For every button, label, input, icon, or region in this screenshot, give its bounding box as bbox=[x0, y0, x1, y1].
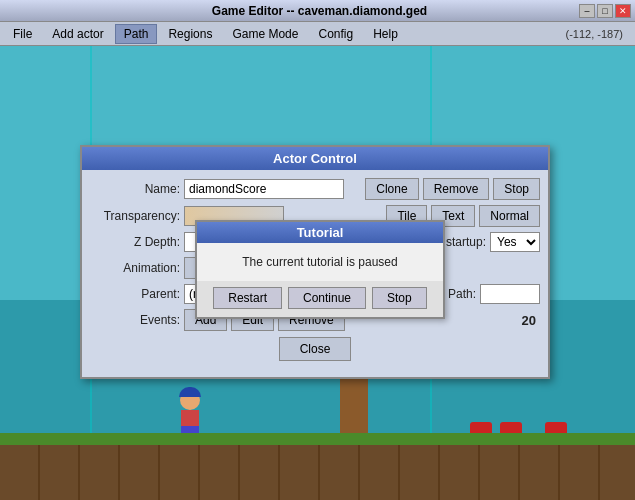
character-head bbox=[180, 390, 200, 410]
character-hair bbox=[179, 387, 201, 397]
actor-dialog-title: Actor Control bbox=[82, 147, 548, 170]
game-character bbox=[175, 390, 205, 435]
normal-button[interactable]: Normal bbox=[479, 205, 540, 227]
name-input[interactable] bbox=[184, 179, 344, 199]
minimize-button[interactable]: – bbox=[579, 4, 595, 18]
animation-label: Animation: bbox=[90, 261, 180, 275]
ground-blocks bbox=[0, 445, 635, 500]
close-row: Close bbox=[90, 331, 540, 369]
events-label: Events: bbox=[90, 313, 180, 327]
tutorial-restart-button[interactable]: Restart bbox=[213, 287, 282, 309]
name-label: Name: bbox=[90, 182, 180, 196]
events-count: 20 bbox=[522, 313, 540, 328]
window-title: Game Editor -- caveman.diamond.ged bbox=[60, 4, 579, 18]
menu-game-mode[interactable]: Game Mode bbox=[223, 24, 307, 44]
zdepth-label: Z Depth: bbox=[90, 235, 180, 249]
remove-button[interactable]: Remove bbox=[423, 178, 490, 200]
name-row: Name: Clone Remove Stop bbox=[90, 178, 540, 200]
window-controls: – □ ✕ bbox=[579, 4, 635, 18]
clone-button[interactable]: Clone bbox=[365, 178, 418, 200]
menu-bar: File Add actor Path Regions Game Mode Co… bbox=[0, 22, 635, 46]
path-input[interactable] bbox=[480, 284, 540, 304]
tutorial-continue-button[interactable]: Continue bbox=[288, 287, 366, 309]
menu-add-actor[interactable]: Add actor bbox=[43, 24, 112, 44]
tutorial-popup: Tutorial The current tutorial is paused … bbox=[195, 220, 445, 319]
parent-label: Parent: bbox=[90, 287, 180, 301]
close-dialog-button[interactable]: Close bbox=[279, 337, 352, 361]
ground-surface bbox=[0, 433, 635, 445]
menu-config[interactable]: Config bbox=[309, 24, 362, 44]
tutorial-title: Tutorial bbox=[197, 222, 443, 243]
stop-button-actor[interactable]: Stop bbox=[493, 178, 540, 200]
menu-regions[interactable]: Regions bbox=[159, 24, 221, 44]
menu-path[interactable]: Path bbox=[115, 24, 158, 44]
close-button[interactable]: ✕ bbox=[615, 4, 631, 18]
title-bar: Game Editor -- caveman.diamond.ged – □ ✕ bbox=[0, 0, 635, 22]
transparency-label: Transparency: bbox=[90, 209, 180, 223]
character-body bbox=[181, 410, 199, 426]
menu-file[interactable]: File bbox=[4, 24, 41, 44]
startup-select[interactable]: Yes No bbox=[490, 232, 540, 252]
tutorial-buttons: Restart Continue Stop bbox=[197, 281, 443, 317]
maximize-button[interactable]: □ bbox=[597, 4, 613, 18]
tutorial-message: The current tutorial is paused bbox=[197, 243, 443, 281]
menu-help[interactable]: Help bbox=[364, 24, 407, 44]
tutorial-stop-button[interactable]: Stop bbox=[372, 287, 427, 309]
coordinates-display: (-112, -187) bbox=[566, 28, 631, 40]
